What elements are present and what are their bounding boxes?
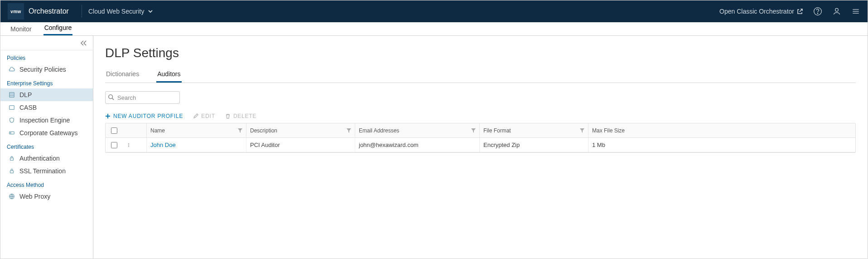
sidebar-item-security-policies[interactable]: Security Policies [0,63,93,76]
svg-rect-13 [10,171,14,173]
hamburger-menu-icon[interactable] [851,7,860,16]
sidebar-item-label: Inspection Engine [19,117,70,124]
cell-name: John Doe [146,138,246,152]
sidebar-item-label: Corporate Gateways [19,129,77,137]
trash-icon [225,113,231,119]
help-icon[interactable] [813,7,822,16]
button-label: EDIT [201,113,215,119]
secondary-nav: Monitor Configure [0,22,868,36]
select-all-checkbox[interactable] [111,127,117,134]
cloud-icon [9,66,15,73]
sidebar-item-label: Security Policies [19,66,66,73]
topbar-right: Open Classic Orchestrator [719,7,860,16]
content-tabs: Dictionaries Auditors [105,70,856,83]
kebab-menu-icon[interactable] [126,142,131,148]
external-link-icon [797,8,803,15]
brand-logo-text: vmw [10,9,21,14]
button-label: DELETE [233,113,256,119]
cell-description: PCI Auditor [246,138,355,152]
auditor-name-link[interactable]: John Doe [150,142,176,148]
search-icon [108,94,114,100]
filter-icon [471,128,476,133]
tab-dictionaries[interactable]: Dictionaries [105,70,140,83]
table-row[interactable]: John Doe PCI Auditor john@hexawizard.com… [106,138,855,152]
open-classic-link[interactable]: Open Classic Orchestrator [719,8,803,15]
svg-line-16 [112,98,114,100]
tile-icon [9,104,15,111]
brand-logo: vmw [8,3,24,20]
new-auditor-profile-button[interactable]: NEW AUDITOR PROFILE [105,113,183,119]
tab-configure[interactable]: Configure [43,24,73,35]
action-row: NEW AUDITOR PROFILE EDIT DELETE [105,113,856,119]
sidebar-item-label: CASB [19,104,37,111]
tab-auditors[interactable]: Auditors [156,70,181,83]
sidebar-section-access: Access Method [0,177,93,190]
col-label: Email Addresses [359,127,399,134]
sidebar-item-inspection-engine[interactable]: Inspection Engine [0,114,93,127]
classic-link-label: Open Classic Orchestrator [719,8,794,15]
edit-button: EDIT [193,113,215,119]
lock-icon [9,168,15,174]
button-label: NEW AUDITOR PROFILE [113,113,183,119]
grid-icon [9,92,15,98]
svg-point-2 [835,8,839,11]
svg-point-15 [109,95,113,99]
search-container [105,91,180,104]
select-all-cell [106,123,123,137]
context-switcher[interactable]: Cloud Web Security [88,8,153,15]
gateway-icon [9,130,15,136]
cell-max-size: 1 Mb [588,138,855,152]
sidebar-item-ssl-termination[interactable]: SSL Termination [0,165,93,177]
delete-button: DELETE [225,113,256,119]
chevron-down-icon [148,9,153,14]
cell-email: john@hexawizard.com [355,138,479,152]
sidebar-item-authentication[interactable]: Authentication [0,152,93,165]
sidebar-item-corporate-gateways[interactable]: Corporate Gateways [0,127,93,139]
col-name[interactable]: Name [146,123,246,137]
sidebar: Policies Security Policies Enterprise Se… [0,36,93,259]
row-checkbox[interactable] [111,142,117,148]
col-label: Description [250,127,277,134]
sidebar-item-casb[interactable]: CASB [0,101,93,114]
lock-icon [9,155,15,161]
svg-point-11 [10,132,11,133]
pencil-icon [193,113,198,119]
col-description[interactable]: Description [246,123,355,137]
user-icon[interactable] [832,7,841,16]
svg-marker-20 [347,128,351,133]
svg-marker-22 [580,128,584,133]
sidebar-item-dlp[interactable]: DLP [0,88,93,101]
col-max-size[interactable]: Max File Size [588,123,855,137]
search-input[interactable] [105,91,180,104]
sidebar-item-label: Authentication [19,155,60,162]
sidebar-collapse-toggle[interactable] [0,36,93,50]
sidebar-section-enterprise: Enterprise Settings [0,76,93,88]
divider [82,5,82,18]
row-actions-cell [123,138,135,152]
col-email[interactable]: Email Addresses [355,123,479,137]
sidebar-section-policies: Policies [0,50,93,63]
proxy-icon [9,193,15,200]
filter-icon [580,128,584,133]
sidebar-item-label: DLP [19,91,32,98]
svg-point-25 [128,146,129,147]
sidebar-item-web-proxy[interactable]: Web Proxy [0,190,93,203]
spacer-cell [135,138,146,152]
sidebar-section-certificates: Certificates [0,139,93,152]
table-header-row: Name Description Email Addresses File Fo… [106,123,855,138]
svg-point-24 [128,145,129,146]
col-label: Name [150,127,165,134]
col-label: File Format [483,127,511,134]
brand-title: Orchestrator [29,7,69,15]
plus-icon [105,113,111,119]
row-select-cell [106,138,123,152]
svg-rect-12 [10,158,14,160]
topbar: vmw Orchestrator Cloud Web Security Open… [0,0,868,22]
tab-monitor[interactable]: Monitor [10,25,33,35]
context-name: Cloud Web Security [88,8,144,15]
col-format[interactable]: File Format [479,123,588,137]
svg-marker-19 [238,128,242,133]
svg-rect-9 [10,106,14,110]
svg-point-23 [128,143,129,144]
actions-header [123,123,135,137]
